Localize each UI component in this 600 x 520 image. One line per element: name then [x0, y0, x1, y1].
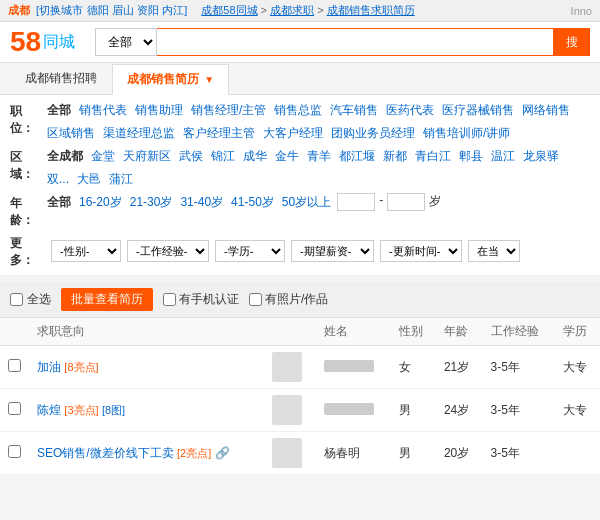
position-filter-row: 职位： 全部 销售代表 销售助理 销售经理/主管 销售总监 汽车销售 医药代表 … [10, 101, 590, 143]
area-jintang[interactable]: 金堂 [89, 147, 117, 166]
salary-select[interactable]: -期望薪资- 2000以下 2000-4000 4000以上 [291, 240, 374, 262]
position-sales-mgr[interactable]: 销售经理/主管 [189, 101, 268, 120]
position-cust-mgr[interactable]: 客户经理主管 [181, 124, 257, 143]
phone-verified-checkbox[interactable] [163, 293, 176, 306]
position-medical-device[interactable]: 医疗器械销售 [440, 101, 516, 120]
position-sales-assist[interactable]: 销售助理 [133, 101, 185, 120]
col-name: 姓名 [316, 318, 390, 346]
position-sales-director[interactable]: 销售总监 [272, 101, 324, 120]
age-max-input[interactable] [387, 193, 425, 211]
position-all[interactable]: 全部 [45, 101, 73, 120]
name-cell [316, 346, 390, 389]
position-trainer[interactable]: 销售培训师/讲师 [421, 124, 512, 143]
col-gender: 性别 [391, 318, 436, 346]
points-tag: [8亮点] [64, 361, 98, 373]
search-category-select[interactable]: 全部 [95, 28, 157, 56]
gender-select[interactable]: -性别- 男 女 [51, 240, 121, 262]
switch-city-label[interactable]: [切换城市 [36, 3, 83, 18]
points-tag: [3亮点] [64, 404, 98, 416]
area-jinniu[interactable]: 金牛 [273, 147, 301, 166]
row-checkbox-cell [0, 346, 29, 389]
area-pixian[interactable]: 郫县 [457, 147, 485, 166]
position-car-sales[interactable]: 汽车销售 [328, 101, 380, 120]
area-chenghua[interactable]: 成华 [241, 147, 269, 166]
inno-text: Inno [571, 5, 592, 17]
results-toolbar: 全选 批量查看简历 有手机认证 有照片/作品 [0, 282, 600, 318]
photo-checkbox[interactable] [249, 293, 262, 306]
location-select[interactable]: 在当 [468, 240, 520, 262]
row-checkbox[interactable] [8, 445, 21, 458]
results-section: 全选 批量查看简历 有手机认证 有照片/作品 求职意向 姓名 性别 年龄 工作经… [0, 282, 600, 475]
position-net-sales[interactable]: 网络销售 [520, 101, 572, 120]
area-xindu[interactable]: 新都 [381, 147, 409, 166]
col-checkbox [0, 318, 29, 346]
row-checkbox[interactable] [8, 359, 21, 372]
logo-58: 58 [10, 28, 41, 56]
position-regional[interactable]: 区域销售 [45, 124, 97, 143]
col-job: 求职意向 [29, 318, 264, 346]
age-min-input[interactable] [337, 193, 375, 211]
tab-resume[interactable]: 成都销售简历 ▼ [112, 64, 229, 95]
breadcrumb-58[interactable]: 成都58同城 [201, 4, 257, 16]
points-tag: [2亮点] [177, 447, 211, 459]
position-pharma-rep[interactable]: 医药代表 [384, 101, 436, 120]
age-cell: 20岁 [436, 432, 483, 475]
select-all-checkbox[interactable] [10, 293, 23, 306]
area-jinjiang[interactable]: 锦江 [209, 147, 237, 166]
current-city[interactable]: 成都 [8, 3, 30, 18]
tab-recruit[interactable]: 成都销售招聘 [10, 63, 112, 94]
age-options: 全部 16-20岁 21-30岁 31-40岁 41-50岁 50岁以上 - 岁 [45, 193, 590, 212]
age-31-40[interactable]: 31-40岁 [178, 193, 225, 212]
area-longquanyi[interactable]: 龙泉驿 [521, 147, 561, 166]
area-pujiang[interactable]: 蒲江 [107, 170, 135, 189]
search-bar: 全部 搜 [95, 28, 590, 56]
age-all[interactable]: 全部 [45, 193, 73, 212]
experience-select[interactable]: -工作经验- 1年以下 1-3年 3-5年 5年以上 [127, 240, 209, 262]
job-link[interactable]: 加油 [37, 360, 61, 374]
batch-view-button[interactable]: 批量查看简历 [61, 288, 153, 311]
area-qingbaijiang[interactable]: 青白江 [413, 147, 453, 166]
area-wuhou[interactable]: 武侯 [177, 147, 205, 166]
age-50plus[interactable]: 50岁以上 [280, 193, 333, 212]
update-time-select[interactable]: -更新时间- 今天 三天内 一周内 [380, 240, 462, 262]
age-21-30[interactable]: 21-30岁 [128, 193, 175, 212]
job-link[interactable]: 陈煌 [37, 403, 61, 417]
select-all-label[interactable]: 全选 [10, 291, 51, 308]
position-group-biz[interactable]: 团购业务员经理 [329, 124, 417, 143]
job-cell: 加油 [8亮点] [29, 346, 264, 389]
gender-cell: 男 [391, 389, 436, 432]
col-avatar [264, 318, 316, 346]
area-tianfu[interactable]: 天府新区 [121, 147, 173, 166]
position-sales-rep[interactable]: 销售代表 [77, 101, 129, 120]
area-shuangliu[interactable]: 双... [45, 170, 71, 189]
area-dujiangyan[interactable]: 都江堰 [337, 147, 377, 166]
area-dayi[interactable]: 大邑 [75, 170, 103, 189]
col-age: 年龄 [436, 318, 483, 346]
area-wenjiang[interactable]: 温江 [489, 147, 517, 166]
photo-option[interactable]: 有照片/作品 [249, 291, 328, 308]
position-channel[interactable]: 渠道经理总监 [101, 124, 177, 143]
search-button[interactable]: 搜 [554, 28, 590, 56]
row-checkbox[interactable] [8, 402, 21, 415]
logo-tongcheng: 同城 [43, 32, 75, 53]
age-41-50[interactable]: 41-50岁 [229, 193, 276, 212]
resume-table: 求职意向 姓名 性别 年龄 工作经验 学历 加油 [8亮点] [0, 318, 600, 475]
age-16-20[interactable]: 16-20岁 [77, 193, 124, 212]
breadcrumb-current[interactable]: 成都销售求职简历 [327, 4, 415, 16]
area-qingyang[interactable]: 青羊 [305, 147, 333, 166]
breadcrumb-jobs[interactable]: 成都求职 [270, 4, 314, 16]
age-label: 年龄： [10, 193, 45, 229]
job-link[interactable]: SEO销售/微差价线下工卖 [37, 446, 174, 460]
chevron-down-icon: ▼ [204, 74, 214, 85]
search-input[interactable] [157, 28, 554, 56]
logo: 58 同城 [10, 28, 75, 56]
breadcrumb: 成都58同城 > 成都求职 > 成都销售求职简历 [201, 3, 414, 18]
area-all[interactable]: 全成都 [45, 147, 85, 166]
col-edu: 学历 [555, 318, 600, 346]
phone-verified-option[interactable]: 有手机认证 [163, 291, 239, 308]
avatar [272, 438, 302, 468]
exp-cell: 3-5年 [483, 389, 555, 432]
position-key-account[interactable]: 大客户经理 [261, 124, 325, 143]
col-exp: 工作经验 [483, 318, 555, 346]
education-select[interactable]: -学历- 高中 大专 本科 [215, 240, 285, 262]
